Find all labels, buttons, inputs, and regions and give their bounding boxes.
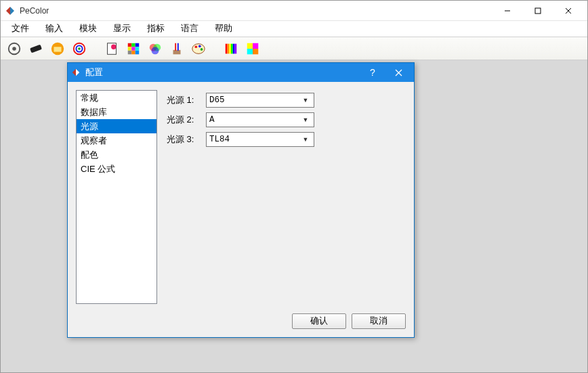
app-icon bbox=[5, 5, 16, 16]
combo-value-3: TL84 bbox=[209, 135, 300, 144]
form-area: 光源 1: D65 ▼ 光源 2: A ▼ 光源 bbox=[167, 90, 406, 307]
page-icon[interactable] bbox=[104, 41, 120, 57]
dialog-icon bbox=[70, 67, 81, 78]
svg-rect-8 bbox=[30, 44, 42, 53]
svg-rect-41 bbox=[247, 43, 253, 48]
minimize-button[interactable] bbox=[492, 1, 522, 20]
menu-module[interactable]: 模块 bbox=[71, 22, 105, 36]
svg-rect-23 bbox=[131, 50, 135, 54]
combo-illuminant-3[interactable]: TL84 ▼ bbox=[206, 132, 314, 147]
dialog-close-button[interactable] bbox=[385, 63, 411, 82]
menu-indicator[interactable]: 指标 bbox=[139, 22, 173, 36]
palette-icon[interactable] bbox=[190, 41, 207, 57]
cancel-button[interactable]: 取消 bbox=[352, 313, 406, 329]
colorblock-icon[interactable] bbox=[245, 41, 261, 57]
list-item-illuminant[interactable]: 光源 bbox=[77, 119, 156, 133]
config-dialog: 配置 ? 常规 数据库 光源 观察者 配色 CIE 公式 光源 1: bbox=[67, 62, 415, 338]
tools-icon[interactable] bbox=[169, 41, 185, 57]
chevron-down-icon: ▼ bbox=[300, 136, 311, 143]
menu-language[interactable]: 语言 bbox=[173, 22, 207, 36]
svg-rect-20 bbox=[131, 47, 135, 51]
svg-marker-46 bbox=[76, 69, 79, 76]
toolbar bbox=[1, 37, 587, 60]
svg-marker-0 bbox=[6, 7, 10, 15]
chevron-down-icon: ▼ bbox=[300, 116, 311, 123]
list-item-observer[interactable]: 观察者 bbox=[77, 133, 156, 148]
list-item-database[interactable]: 数据库 bbox=[77, 105, 156, 119]
svg-rect-36 bbox=[228, 43, 230, 53]
combo-value-2: A bbox=[209, 115, 300, 125]
main-window: PeColor 文件 输入 模块 显示 指标 语言 帮助 bbox=[0, 0, 588, 373]
menu-input[interactable]: 输入 bbox=[37, 22, 71, 36]
svg-point-27 bbox=[152, 47, 159, 54]
svg-rect-19 bbox=[128, 47, 132, 51]
dialog-title: 配置 bbox=[85, 67, 360, 79]
gear-icon[interactable] bbox=[6, 41, 22, 57]
svg-rect-30 bbox=[177, 43, 179, 50]
svg-rect-29 bbox=[175, 43, 176, 50]
menu-file[interactable]: 文件 bbox=[3, 22, 37, 36]
ruler-icon[interactable] bbox=[28, 41, 44, 57]
svg-rect-38 bbox=[231, 43, 233, 53]
list-item-general[interactable]: 常规 bbox=[77, 91, 156, 105]
list-item-colormatch[interactable]: 配色 bbox=[77, 148, 156, 162]
row-illuminant-2: 光源 2: A ▼ bbox=[167, 112, 406, 127]
app-title: PeColor bbox=[20, 6, 492, 16]
svg-rect-22 bbox=[128, 50, 132, 54]
svg-rect-21 bbox=[135, 47, 140, 51]
svg-rect-39 bbox=[233, 43, 235, 53]
row-illuminant-1: 光源 1: D65 ▼ bbox=[167, 93, 406, 108]
label-illuminant-2: 光源 2: bbox=[167, 114, 206, 126]
maximize-button[interactable] bbox=[522, 1, 553, 20]
svg-rect-43 bbox=[247, 49, 253, 54]
svg-marker-45 bbox=[72, 69, 76, 76]
svg-rect-35 bbox=[226, 43, 228, 53]
menu-display[interactable]: 显示 bbox=[105, 22, 139, 36]
svg-rect-3 bbox=[535, 8, 541, 14]
reticle-icon[interactable] bbox=[71, 41, 87, 57]
dialog-titlebar[interactable]: 配置 ? bbox=[68, 63, 414, 82]
svg-point-7 bbox=[12, 47, 16, 51]
menu-help[interactable]: 帮助 bbox=[207, 22, 240, 36]
workspace: 配置 ? 常规 数据库 光源 观察者 配色 CIE 公式 光源 1: bbox=[1, 60, 587, 372]
main-titlebar: PeColor bbox=[1, 1, 587, 21]
svg-rect-37 bbox=[229, 43, 231, 53]
svg-marker-1 bbox=[10, 7, 14, 15]
svg-rect-44 bbox=[253, 49, 258, 54]
svg-point-32 bbox=[195, 45, 198, 48]
svg-point-31 bbox=[192, 43, 205, 53]
list-item-cie[interactable]: CIE 公式 bbox=[77, 162, 156, 176]
close-button[interactable] bbox=[553, 1, 583, 20]
venn-icon[interactable] bbox=[147, 41, 163, 57]
chevron-down-icon: ▼ bbox=[300, 97, 311, 104]
svg-rect-16 bbox=[128, 43, 132, 47]
combo-value-1: D65 bbox=[209, 95, 300, 105]
window-buttons bbox=[492, 1, 583, 20]
combo-illuminant-2[interactable]: A ▼ bbox=[206, 112, 314, 127]
row-illuminant-3: 光源 3: TL84 ▼ bbox=[167, 132, 406, 147]
combo-illuminant-1[interactable]: D65 ▼ bbox=[206, 93, 314, 108]
category-listbox[interactable]: 常规 数据库 光源 观察者 配色 CIE 公式 bbox=[76, 90, 157, 304]
svg-rect-18 bbox=[135, 43, 140, 47]
svg-rect-24 bbox=[135, 50, 140, 54]
svg-point-15 bbox=[111, 44, 116, 49]
svg-rect-28 bbox=[173, 49, 181, 53]
menubar: 文件 输入 模块 显示 指标 语言 帮助 bbox=[1, 21, 587, 37]
label-illuminant-1: 光源 1: bbox=[167, 94, 206, 106]
label-illuminant-3: 光源 3: bbox=[167, 133, 206, 146]
svg-point-13 bbox=[78, 47, 81, 50]
dialog-body: 常规 数据库 光源 观察者 配色 CIE 公式 光源 1: D65 ▼ bbox=[68, 82, 414, 310]
ok-button[interactable]: 确认 bbox=[292, 313, 346, 329]
svg-rect-40 bbox=[235, 43, 237, 53]
svg-point-33 bbox=[198, 45, 201, 47]
spectrum-icon[interactable] bbox=[223, 41, 239, 57]
svg-rect-42 bbox=[253, 43, 258, 48]
dialog-footer: 确认 取消 bbox=[68, 310, 414, 337]
svg-rect-10 bbox=[54, 47, 62, 51]
folder-icon[interactable] bbox=[49, 41, 66, 57]
svg-rect-17 bbox=[131, 43, 135, 47]
grid-icon[interactable] bbox=[125, 41, 142, 57]
dialog-help-button[interactable]: ? bbox=[360, 63, 385, 82]
svg-point-34 bbox=[201, 48, 203, 51]
